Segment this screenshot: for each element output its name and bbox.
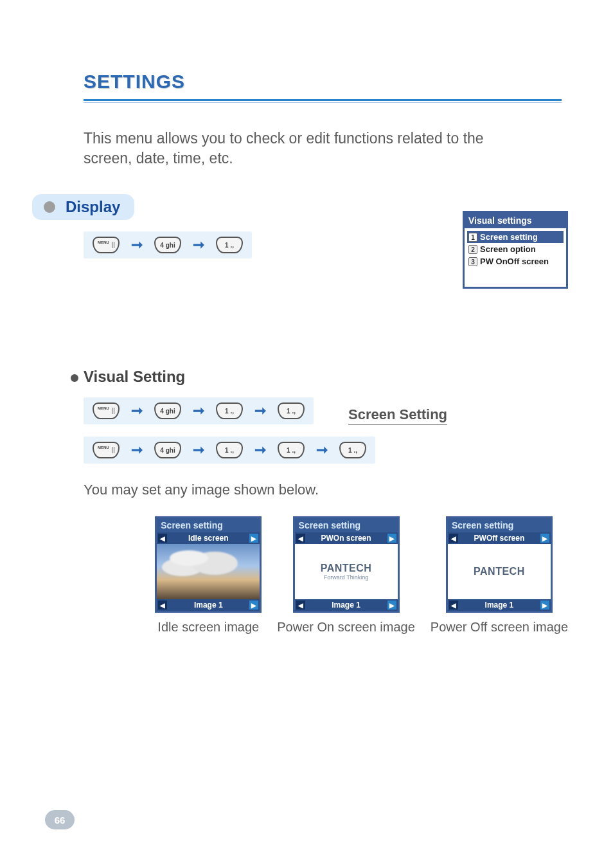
arrow-right-icon: ➞ <box>254 402 266 419</box>
body-text: You may set any image shown below. <box>84 482 562 498</box>
tile-footer-label: Image 1 <box>332 601 360 610</box>
chevron-left-icon[interactable]: ◀ <box>158 534 167 543</box>
key-1: 1 ., <box>216 442 243 458</box>
tile-tab-label: Idle screen <box>188 534 229 543</box>
title-rule <box>84 99 562 101</box>
tile-footer-label: Image 1 <box>194 601 223 610</box>
chevron-left-icon[interactable]: ◀ <box>158 601 167 610</box>
page-title: SETTINGS <box>84 71 562 93</box>
arrow-right-icon: ➞ <box>316 442 328 458</box>
screenshot-tile-pwon: Screen setting ◀ PWOn screen ▶ PANTECH F… <box>277 516 415 635</box>
key-4: 4 ghi <box>154 442 181 458</box>
section-heading-label: Display <box>66 198 120 215</box>
arrow-right-icon: ➞ <box>131 237 143 253</box>
tile-image-preview: PANTECH Forward Thinking <box>295 544 398 599</box>
key-menu <box>93 237 120 253</box>
bullet-dot-icon <box>44 201 55 213</box>
tile-image-preview <box>157 544 260 599</box>
subsubsection-heading-screen-setting: Screen Setting <box>348 406 447 425</box>
tile-image-preview: PANTECH <box>448 544 551 599</box>
key-4: 4 ghi <box>154 237 181 253</box>
bullet-dot-icon <box>71 374 78 382</box>
brand-logo-text: PANTECH <box>321 563 372 574</box>
tile-title: Screen setting <box>295 518 398 532</box>
phone-screenshot-visual-settings: Visual settings 1 Screen setting 2 Scree… <box>463 211 568 289</box>
tile-tab-label: PWOff screen <box>474 534 525 543</box>
arrow-right-icon: ➞ <box>193 442 204 458</box>
key-1: 1 ., <box>216 237 243 253</box>
tile-title: Screen setting <box>448 518 551 532</box>
chevron-left-icon[interactable]: ◀ <box>296 534 305 543</box>
chevron-right-icon[interactable]: ▶ <box>540 601 549 610</box>
key-1: 1 ., <box>278 442 305 458</box>
key-sequence-visual-setting: ➞ 4 ghi ➞ 1 ., ➞ 1 ., <box>84 397 314 424</box>
menu-item-label: Screen setting <box>480 232 538 242</box>
chevron-right-icon[interactable]: ▶ <box>249 534 258 543</box>
menu-number-badge: 2 <box>468 245 477 254</box>
arrow-right-icon: ➞ <box>131 442 143 458</box>
section-heading-display: Display <box>32 194 134 220</box>
key-4: 4 ghi <box>154 402 181 419</box>
tile-caption: Power On screen image <box>277 619 415 635</box>
tile-tab-label: PWOn screen <box>321 534 371 543</box>
key-menu <box>93 402 120 419</box>
tile-title: Screen setting <box>157 518 260 532</box>
phone-menu-list: 1 Screen setting 2 Screen option 3 PW On… <box>465 228 566 287</box>
key-sequence-screen-setting: ➞ 4 ghi ➞ 1 ., ➞ 1 ., ➞ 1 ., <box>84 437 375 464</box>
chevron-left-icon[interactable]: ◀ <box>449 601 458 610</box>
brand-tagline: Forward Thinking <box>321 574 372 581</box>
title-rule-thin <box>84 102 562 103</box>
chevron-right-icon[interactable]: ▶ <box>387 601 396 610</box>
page-number: 66 <box>45 810 75 829</box>
menu-number-badge: 1 <box>468 233 477 242</box>
key-1: 1 ., <box>278 402 305 419</box>
phone-menu-item[interactable]: 3 PW OnOff screen <box>467 255 564 267</box>
chevron-right-icon[interactable]: ▶ <box>249 601 258 610</box>
key-1: 1 ., <box>216 402 243 419</box>
phone-title: Visual settings <box>465 213 566 228</box>
arrow-right-icon: ➞ <box>254 442 266 458</box>
phone-menu-item[interactable]: 1 Screen setting <box>467 231 564 243</box>
chevron-right-icon[interactable]: ▶ <box>540 534 549 543</box>
intro-text: This menu allows you to check or edit fu… <box>84 129 520 168</box>
screenshot-tile-pwoff: Screen setting ◀ PWOff screen ▶ PANTECH … <box>431 516 568 635</box>
menu-number-badge: 3 <box>468 257 477 266</box>
subsection-heading-visual-setting: Visual Setting <box>84 368 185 385</box>
key-sequence-display: ➞ 4 ghi ➞ 1 ., <box>84 231 252 258</box>
arrow-right-icon: ➞ <box>193 237 204 253</box>
tile-footer-label: Image 1 <box>485 601 514 610</box>
phone-menu-item[interactable]: 2 Screen option <box>467 243 564 255</box>
menu-item-label: PW OnOff screen <box>480 257 549 266</box>
chevron-right-icon[interactable]: ▶ <box>387 534 396 543</box>
screenshot-tile-idle: Screen setting ◀ Idle screen ▶ ◀ Image 1… <box>155 516 262 635</box>
tile-caption: Power Off screen image <box>431 619 568 635</box>
key-menu <box>93 442 120 458</box>
arrow-right-icon: ➞ <box>193 402 204 419</box>
tile-caption: Idle screen image <box>157 619 259 635</box>
chevron-left-icon[interactable]: ◀ <box>296 601 305 610</box>
chevron-left-icon[interactable]: ◀ <box>449 534 458 543</box>
key-1: 1 ., <box>339 442 366 458</box>
arrow-right-icon: ➞ <box>131 402 143 419</box>
brand-logo-text: PANTECH <box>474 566 525 577</box>
menu-item-label: Screen option <box>480 244 536 254</box>
